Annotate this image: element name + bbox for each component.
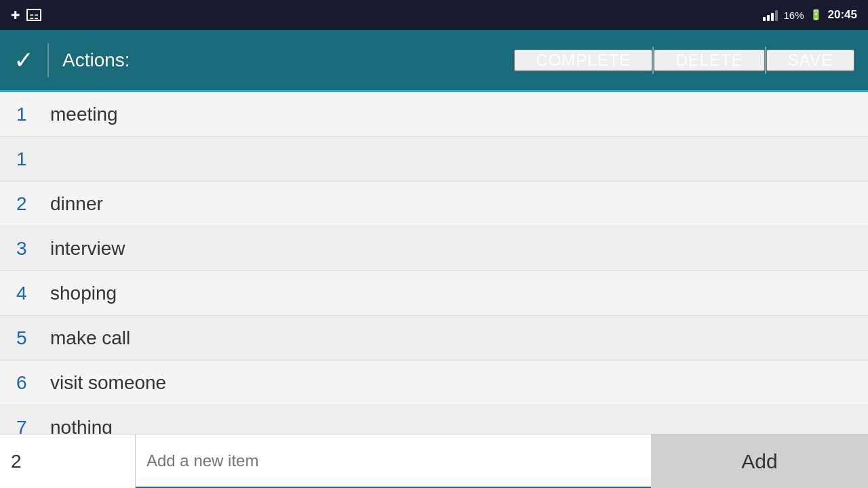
add-button[interactable]: Add	[651, 434, 868, 488]
new-item-input[interactable]	[136, 434, 651, 488]
list-item[interactable]: 3interview	[0, 226, 868, 271]
item-number: 6	[16, 372, 43, 394]
list-item[interactable]: 5make call	[0, 316, 868, 361]
content-area: 1meeting12dinner3interview4shoping5make …	[0, 92, 868, 434]
status-bar: ✚ ⚏ 16% 🔋 20:45	[0, 0, 868, 30]
bottom-bar: Add	[0, 434, 868, 488]
list-item[interactable]: 1	[0, 137, 868, 182]
item-text: visit someone	[50, 372, 166, 394]
item-number: 7	[16, 417, 43, 434]
item-text: meeting	[50, 104, 118, 125]
list-item[interactable]: 6visit someone	[0, 361, 868, 405]
status-right: 16% 🔋 20:45	[763, 8, 857, 22]
action-bar: ✓ Actions: COMPLETE DELETE SAVE	[0, 30, 868, 92]
save-button[interactable]: SAVE	[766, 49, 854, 71]
battery-percent: 16%	[783, 9, 804, 21]
image-icon: ⚏	[26, 9, 41, 21]
list-item[interactable]: 1meeting	[0, 92, 868, 137]
item-number: 4	[16, 283, 43, 304]
item-number: 2	[16, 193, 43, 215]
item-number: 5	[16, 327, 43, 349]
signal-icon	[763, 9, 778, 21]
time-display: 20:45	[828, 8, 857, 22]
item-number: 1	[16, 104, 43, 125]
status-left: ✚ ⚏	[11, 9, 41, 22]
list-item[interactable]: 7nothing	[0, 405, 868, 434]
checkmark-icon: ✓	[14, 46, 34, 75]
list-item[interactable]: 4shoping	[0, 271, 868, 316]
item-number-input[interactable]	[0, 434, 136, 488]
item-number: 3	[16, 238, 43, 260]
item-text: nothing	[50, 417, 113, 434]
item-text: shoping	[50, 283, 117, 304]
delete-button[interactable]: DELETE	[654, 49, 764, 71]
item-text: dinner	[50, 193, 103, 215]
item-number: 1	[16, 148, 43, 170]
item-text: make call	[50, 327, 130, 349]
complete-button[interactable]: COMPLETE	[514, 49, 652, 71]
actions-label: Actions:	[62, 49, 514, 71]
battery-icon: 🔋	[810, 9, 823, 21]
action-buttons: COMPLETE DELETE SAVE	[514, 47, 854, 74]
item-text: interview	[50, 238, 125, 260]
list-item[interactable]: 2dinner	[0, 182, 868, 226]
usb-icon: ✚	[11, 9, 20, 22]
vertical-separator	[47, 43, 49, 77]
